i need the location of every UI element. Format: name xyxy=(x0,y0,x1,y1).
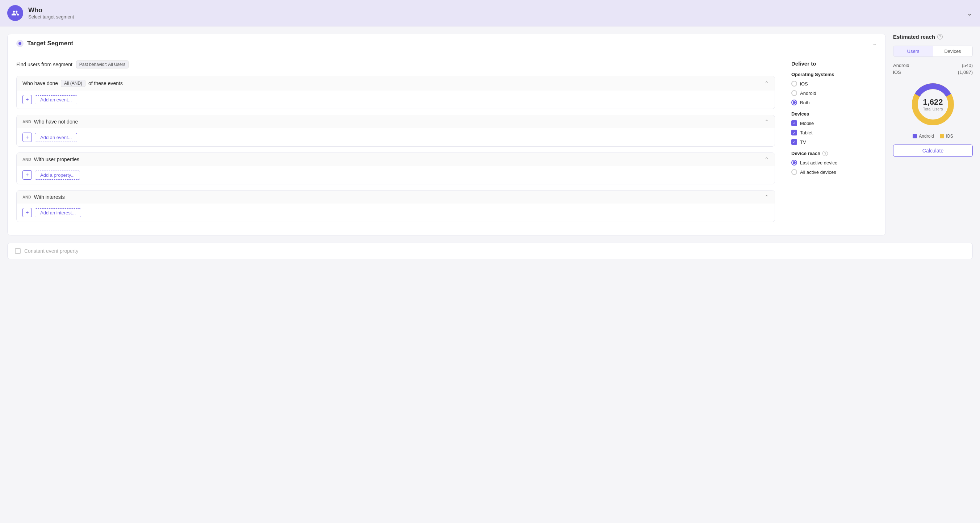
and-badge-4: AND xyxy=(22,195,31,199)
condition-collapse-2[interactable]: ⌃ xyxy=(765,119,769,125)
left-panel: Target Segment ⌄ Find users from segment… xyxy=(7,34,886,235)
os-label-android: Android xyxy=(800,91,816,96)
add-event-btn-2[interactable]: + xyxy=(22,133,32,142)
header-collapse-icon[interactable]: ⌄ xyxy=(967,9,973,17)
and-badge-2: AND xyxy=(22,119,31,124)
donut-total: 1,622 xyxy=(923,97,943,107)
right-panel: Estimated reach ? Users Devices Android … xyxy=(893,34,973,157)
add-interest-placeholder[interactable]: Add an interest... xyxy=(35,208,81,217)
add-property-row: + Add a property... xyxy=(22,170,769,180)
device-tablet-checkbox[interactable]: ✓ xyxy=(791,130,797,135)
device-mobile-check: ✓ xyxy=(793,121,795,125)
tab-users[interactable]: Users xyxy=(893,46,933,57)
os-section-label: Operating Systems xyxy=(791,72,878,77)
condition-label-row-1: Who have done All (AND) of these events xyxy=(22,79,123,87)
add-interest-btn[interactable]: + xyxy=(22,208,32,217)
segment-dot xyxy=(16,40,24,47)
device-reach-label: Device reach xyxy=(791,151,820,156)
os-label-ios: iOS xyxy=(800,81,808,87)
all-and-badge[interactable]: All (AND) xyxy=(61,79,86,87)
condition-title-2: Who have not done xyxy=(34,119,78,125)
condition-label-row-4: AND With interests xyxy=(22,194,65,200)
condition-collapse-4[interactable]: ⌃ xyxy=(765,194,769,200)
add-event-placeholder-1[interactable]: Add an event... xyxy=(35,95,77,104)
donut-chart: 1,622 Total Users xyxy=(893,81,973,128)
add-event-btn-1[interactable]: + xyxy=(22,95,32,104)
device-mobile-checkbox[interactable]: ✓ xyxy=(791,120,797,126)
main-layout: Target Segment ⌄ Find users from segment… xyxy=(0,27,980,243)
constant-event-checkbox[interactable] xyxy=(15,248,21,254)
device-tv-check: ✓ xyxy=(793,140,795,144)
device-mobile[interactable]: ✓ Mobile xyxy=(791,120,878,126)
legend-android: Android xyxy=(913,134,934,139)
donut-center: 1,622 Total Users xyxy=(923,97,943,111)
constant-event-label: Constant event property xyxy=(24,248,78,254)
condition-body-1: + Add an event... xyxy=(17,91,775,109)
os-radio-both-input[interactable] xyxy=(791,100,797,105)
add-property-btn[interactable]: + xyxy=(22,170,32,180)
past-behavior-badge[interactable]: Past behavior: All Users xyxy=(76,60,129,68)
device-tablet-check: ✓ xyxy=(793,131,795,135)
deliver-to-panel: Deliver to Operating Systems iOS Android xyxy=(784,53,886,235)
os-label-both: Both xyxy=(800,100,810,105)
device-reach-last-label: Last active device xyxy=(800,160,837,165)
of-these-events: of these events xyxy=(88,80,123,86)
estimated-reach-help-icon[interactable]: ? xyxy=(937,34,943,40)
tab-devices[interactable]: Devices xyxy=(933,46,972,57)
add-event-placeholder-2[interactable]: Add an event... xyxy=(35,133,77,142)
device-reach-all[interactable]: All active devices xyxy=(791,169,878,175)
device-mobile-label: Mobile xyxy=(800,121,814,126)
conditions-area: Find users from segment Past behavior: A… xyxy=(8,53,784,235)
bottom-section: Constant event property xyxy=(0,243,980,267)
condition-collapse-1[interactable]: ⌃ xyxy=(765,80,769,86)
device-reach-all-radio[interactable] xyxy=(791,169,797,175)
device-reach-help-icon[interactable]: ? xyxy=(822,151,828,156)
device-tv[interactable]: ✓ TV xyxy=(791,139,878,145)
condition-header-1: Who have done All (AND) of these events … xyxy=(17,76,775,91)
condition-body-4: + Add an interest... xyxy=(17,203,775,222)
os-radio-ios-input[interactable] xyxy=(791,81,797,87)
estimated-reach-header: Estimated reach ? xyxy=(893,34,973,40)
condition-header-2: AND Who have not done ⌃ xyxy=(17,115,775,128)
os-radio-android-input[interactable] xyxy=(791,90,797,96)
find-users-label: Find users from segment xyxy=(16,62,72,67)
target-segment-header: Target Segment ⌄ xyxy=(8,34,886,53)
os-radio-android[interactable]: Android xyxy=(791,90,878,96)
device-tv-checkbox[interactable]: ✓ xyxy=(791,139,797,145)
calculate-button[interactable]: Calculate xyxy=(893,145,973,157)
condition-block-who-have-done: Who have done All (AND) of these events … xyxy=(16,76,775,109)
header-left: Who Select target segment xyxy=(7,5,74,21)
device-reach-last[interactable]: Last active device xyxy=(791,160,878,165)
who-avatar xyxy=(7,5,23,21)
segment-dot-inner xyxy=(19,42,21,45)
add-interest-row: + Add an interest... xyxy=(22,208,769,217)
device-reach-last-inner xyxy=(793,161,795,164)
add-property-placeholder[interactable]: Add a property... xyxy=(35,170,80,180)
os-radio-both[interactable]: Both xyxy=(791,100,878,105)
add-event-row-2: + Add an event... xyxy=(22,133,769,142)
condition-title-3: With user properties xyxy=(34,156,79,162)
legend-ios-dot xyxy=(940,134,944,138)
condition-block-who-not-done: AND Who have not done ⌃ + Add an event..… xyxy=(16,115,775,147)
os-radio-ios[interactable]: iOS xyxy=(791,81,878,87)
condition-body-3: + Add a property... xyxy=(17,166,775,184)
device-tablet-label: Tablet xyxy=(800,130,813,135)
os-android-count: (540) xyxy=(962,63,973,68)
device-reach-all-label: All active devices xyxy=(800,170,836,175)
target-segment-title: Target Segment xyxy=(16,40,73,47)
header-subtitle: Select target segment xyxy=(28,14,74,19)
target-segment-collapse-icon[interactable]: ⌄ xyxy=(872,41,877,46)
device-reach-title: Device reach ? xyxy=(791,151,878,156)
condition-label-row-3: AND With user properties xyxy=(22,156,79,162)
condition-body-2: + Add an event... xyxy=(17,128,775,146)
legend-android-label: Android xyxy=(919,134,934,139)
os-ios-count: (1,087) xyxy=(958,70,973,75)
condition-title-4: With interests xyxy=(34,194,65,200)
device-tablet[interactable]: ✓ Tablet xyxy=(791,130,878,135)
device-reach-section: Device reach ? Last active device All ac… xyxy=(791,151,878,175)
condition-collapse-3[interactable]: ⌃ xyxy=(765,156,769,162)
device-reach-last-radio[interactable] xyxy=(791,160,797,165)
legend-row: Android iOS xyxy=(893,134,973,139)
condition-label-row-2: AND Who have not done xyxy=(22,119,78,125)
os-stats: Android (540) iOS (1,087) xyxy=(893,63,973,75)
